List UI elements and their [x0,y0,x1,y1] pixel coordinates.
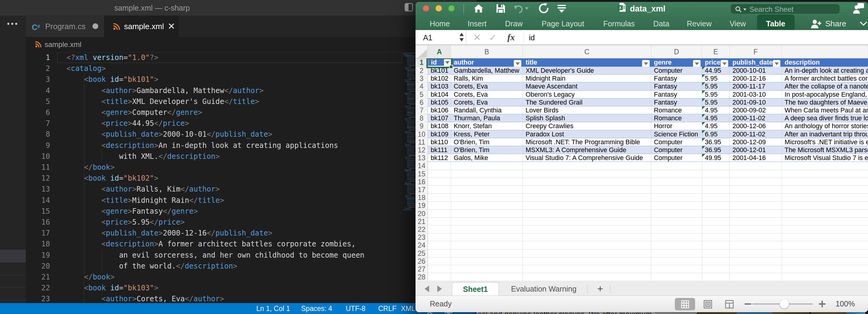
name-box[interactable]: A1 [423,30,432,45]
filter-dropdown-button[interactable] [514,60,521,67]
row-header-16[interactable]: 16 [415,178,428,186]
cell-F10[interactable]: 2000-11-02 [730,130,782,138]
status-language-mode[interactable]: XML [401,303,415,314]
row-header-15[interactable]: 15 [415,170,428,178]
cell-A20[interactable] [428,210,451,218]
cell-E23[interactable] [702,233,730,241]
sheet-nav-right-icon[interactable] [437,285,442,292]
cell-G26[interactable] [782,257,868,265]
cell-G7[interactable]: When Carla meets Paul at an ornithology … [782,106,868,114]
status-encoding[interactable]: UTF-8 [346,303,366,314]
row-header-17[interactable]: 17 [415,186,428,194]
cell-G23[interactable] [782,233,868,241]
sidebar-more-actions-icon[interactable] [7,23,17,25]
cell-B27[interactable] [451,265,523,273]
cell-D5[interactable]: Fantasy [651,91,702,98]
cell-C25[interactable] [523,249,651,257]
cell-F21[interactable] [730,218,782,225]
breadcrumb-item[interactable]: sample.xml [44,37,81,52]
cell-A9[interactable]: bk108 [428,122,451,130]
column-header-g[interactable] [782,45,868,58]
cell-G11[interactable]: Microsoft's .NET initiative is explored … [782,138,868,146]
cell-C14[interactable] [523,162,651,170]
cell-G24[interactable] [782,241,868,249]
cell-E6[interactable]: 5.95 [702,98,730,106]
cell-D3[interactable]: Fantasy [651,74,702,83]
breadcrumb[interactable]: sample.xml [26,37,476,52]
row-header-19[interactable]: 19 [415,201,428,210]
cell-B2[interactable]: Gambardella, Matthew [451,67,523,74]
cell-E26[interactable] [702,257,730,265]
cell-B25[interactable] [451,249,523,257]
row-header-28[interactable]: 28 [415,273,428,281]
cell-C2[interactable]: XML Developer's Guide [523,67,651,74]
cell-F17[interactable] [730,186,782,194]
cell-G4[interactable]: After the collapse of a nanotechnology s… [782,83,868,90]
cell-G15[interactable] [782,170,868,178]
cell-E20[interactable] [702,210,730,218]
cell-G27[interactable] [782,265,868,273]
cell-C12[interactable]: MSXML3: A Comprehensive Guide [523,146,651,154]
table-header-genre[interactable]: genre [651,59,702,67]
cell-E9[interactable]: 4.95 [702,122,730,130]
cell-C5[interactable]: Oberon's Legacy [523,91,651,98]
cell-B21[interactable] [451,218,523,225]
close-window-button[interactable] [423,5,429,11]
cell-A25[interactable] [428,249,451,257]
cell-A18[interactable] [428,194,451,201]
cell-A19[interactable] [428,201,451,210]
row-header-9[interactable]: 9 [415,122,428,130]
zoom-window-button[interactable] [448,5,455,11]
cell-D13[interactable]: Computer [651,154,702,162]
cell-E8[interactable]: 4.95 [702,114,730,122]
row-header-4[interactable]: 4 [415,83,428,90]
cell-B23[interactable] [451,233,523,241]
cell-B24[interactable] [451,241,523,249]
cell-F28[interactable] [730,273,782,281]
cell-D4[interactable]: Fantasy [651,83,702,90]
cell-B16[interactable] [451,178,523,186]
undo-dropdown-icon[interactable] [525,7,529,10]
cell-G3[interactable]: A former architect battles corporate zom… [782,74,868,83]
row-header-5[interactable]: 5 [415,91,428,98]
row-header-18[interactable]: 18 [415,194,428,201]
row-header-13[interactable]: 13 [415,154,428,162]
column-header-C[interactable]: C [523,45,651,58]
cell-D19[interactable] [651,201,702,210]
cell-F15[interactable] [730,170,782,178]
cell-F14[interactable] [730,162,782,170]
cell-G14[interactable] [782,162,868,170]
cell-B7[interactable]: Randall, Cynthia [451,106,523,114]
cell-E28[interactable] [702,273,730,281]
cell-B9[interactable]: Knorr, Stefan [451,122,523,130]
cell-A24[interactable] [428,241,451,249]
cell-E21[interactable] [702,218,730,225]
row-header-20[interactable]: 20 [415,210,428,218]
code-editor[interactable]: 1<?xml version="1.0"?>2<catalog>3 <book … [26,52,476,303]
cell-E22[interactable] [702,225,730,233]
fill-handle[interactable] [449,65,453,69]
cell-E27[interactable] [702,265,730,273]
cell-D18[interactable] [651,194,702,201]
cell-A3[interactable]: bk102 [428,74,451,83]
cell-C16[interactable] [523,178,651,186]
cell-A16[interactable] [428,178,451,186]
table-header-title[interactable]: title [523,59,651,67]
cell-E13[interactable]: 49.95 [702,154,730,162]
cell-A21[interactable] [428,218,451,225]
ribbon-tab-formulas[interactable]: Formulas [603,18,635,30]
cell-C11[interactable]: Microsoft .NET: The Programming Bible [523,138,651,146]
confirm-entry-icon[interactable]: ✓ [487,30,499,45]
cell-C4[interactable]: Maeve Ascendant [523,83,651,90]
row-header-27[interactable]: 27 [415,265,428,273]
cell-D15[interactable] [651,170,702,178]
row-header-22[interactable]: 22 [415,225,428,233]
table-header-publish_date[interactable]: publish_date [730,59,782,67]
cell-C10[interactable]: Paradox Lost [523,130,651,138]
editor-tab-sample-xml[interactable]: sample.xml✕ [104,15,179,37]
cell-C23[interactable] [523,233,651,241]
cell-C26[interactable] [523,257,651,265]
cell-F3[interactable]: 2000-12-16 [730,74,782,83]
row-header-7[interactable]: 7 [415,106,428,114]
layout-toggle-icon[interactable] [405,3,413,11]
